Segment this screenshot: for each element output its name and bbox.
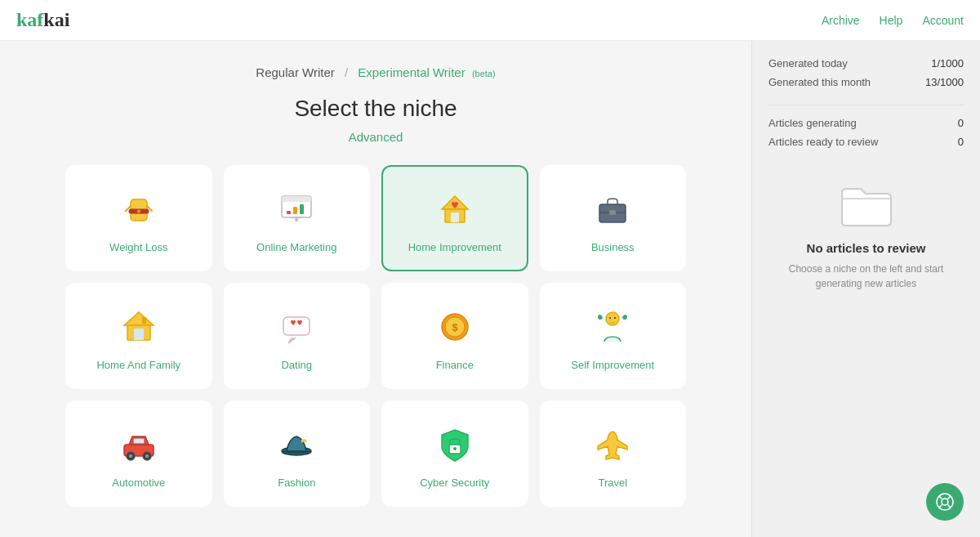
online-marketing-label: Online Marketing — [256, 241, 336, 255]
svg-rect-8 — [293, 207, 297, 214]
articles-generating-row: Articles generating 0 — [768, 117, 964, 129]
articles-stats: Articles generating 0 Articles ready to … — [768, 117, 964, 148]
home-family-icon — [116, 304, 162, 350]
svg-point-37 — [453, 447, 457, 450]
svg-point-32 — [128, 454, 132, 459]
fashion-icon — [274, 422, 319, 468]
main-container: Regular Writer / Experimental Writer (be… — [0, 41, 980, 537]
svg-line-41 — [948, 505, 951, 508]
niche-card-online-marketing[interactable]: Online Marketing — [224, 165, 371, 271]
svg-rect-17 — [609, 210, 616, 215]
generated-today-label: Generated today — [768, 57, 848, 69]
articles-ready-label: Articles ready to review — [768, 136, 878, 148]
svg-line-42 — [948, 496, 951, 499]
automotive-icon — [116, 422, 162, 468]
logo: kafkai — [16, 9, 69, 31]
logo-suffix: kai — [43, 9, 69, 30]
advanced-link-container: Advanced — [33, 130, 719, 145]
svg-rect-20 — [134, 329, 144, 340]
dating-label: Dating — [281, 359, 312, 373]
self-improvement-label: Self Improvement — [571, 359, 654, 373]
finance-label: Finance — [436, 359, 474, 373]
niche-card-business[interactable]: Business — [540, 165, 687, 271]
cyber-security-icon — [432, 422, 478, 468]
niche-card-dating[interactable]: Dating — [224, 283, 371, 389]
niche-card-finance[interactable]: $ Finance — [381, 283, 528, 389]
articles-ready-row: Articles ready to review 0 — [768, 136, 964, 148]
generated-month-row: Generated this month 13/1000 — [768, 76, 964, 88]
svg-point-2 — [137, 210, 140, 213]
svg-point-11 — [295, 218, 298, 222]
home-family-label: Home And Family — [96, 359, 180, 373]
help-fab-button[interactable] — [926, 483, 964, 521]
svg-rect-21 — [142, 317, 146, 324]
account-link[interactable]: Account — [922, 14, 964, 27]
svg-point-39 — [942, 499, 948, 505]
svg-line-40 — [939, 496, 942, 499]
svg-rect-22 — [283, 317, 310, 335]
help-link[interactable]: Help — [880, 14, 903, 27]
logo-prefix: kaf — [16, 9, 43, 30]
empty-state-title: No articles to review — [807, 241, 926, 255]
svg-rect-30 — [133, 438, 145, 444]
svg-point-27 — [609, 317, 611, 319]
business-label: Business — [591, 241, 635, 255]
niche-card-cyber-security[interactable]: Cyber Security — [381, 401, 528, 507]
content-area: Regular Writer / Experimental Writer (be… — [0, 41, 751, 537]
cyber-security-label: Cyber Security — [420, 477, 489, 490]
online-marketing-icon — [274, 186, 319, 232]
niche-card-home-improvement[interactable]: Home Improvement — [381, 165, 528, 271]
generated-today-value: 1/1000 — [931, 57, 964, 69]
niche-card-home-family[interactable]: Home And Family — [65, 283, 212, 389]
page-title: Select the niche — [33, 96, 719, 122]
travel-icon — [590, 422, 635, 468]
niche-grid: Weight Loss O — [65, 165, 686, 507]
generated-today-row: Generated today 1/1000 — [768, 57, 964, 69]
travel-label: Travel — [598, 477, 627, 490]
advanced-link[interactable]: Advanced — [349, 130, 403, 144]
toggle-separator: / — [345, 65, 348, 79]
svg-text:$: $ — [452, 321, 458, 333]
dating-icon — [274, 304, 319, 350]
automotive-label: Automotive — [112, 477, 165, 490]
business-icon — [590, 186, 635, 232]
writer-toggle: Regular Writer / Experimental Writer (be… — [33, 65, 719, 79]
experimental-writer-link[interactable]: Experimental Writer — [358, 65, 465, 79]
svg-rect-7 — [287, 211, 291, 214]
svg-rect-14 — [451, 213, 459, 222]
stats-block: Generated today 1/1000 Generated this mo… — [768, 57, 964, 88]
empty-state-desc: Choose a niche on the left and start gen… — [777, 262, 956, 291]
weight-loss-label: Weight Loss — [109, 241, 167, 255]
articles-generating-value: 0 — [958, 117, 964, 129]
svg-point-34 — [145, 454, 149, 459]
niche-card-self-improvement[interactable]: Self Improvement — [540, 283, 687, 389]
svg-line-43 — [939, 505, 942, 508]
regular-writer-label: Regular Writer — [256, 65, 334, 79]
archive-link[interactable]: Archive — [822, 14, 860, 27]
svg-point-28 — [614, 317, 616, 319]
beta-badge: (beta) — [472, 69, 496, 78]
finance-icon: $ — [432, 304, 478, 350]
home-improvement-label: Home Improvement — [408, 241, 501, 255]
niche-card-travel[interactable]: Travel — [540, 401, 687, 507]
help-fab-icon — [935, 492, 955, 512]
niche-card-automotive[interactable]: Automotive — [65, 401, 212, 507]
home-improvement-icon — [432, 186, 478, 232]
folder-icon — [838, 181, 895, 230]
niche-card-weight-loss[interactable]: Weight Loss — [65, 165, 212, 271]
svg-rect-9 — [300, 204, 304, 214]
self-improvement-icon — [590, 304, 635, 350]
niche-card-fashion[interactable]: Fashion — [224, 401, 371, 507]
empty-state: No articles to review Choose a niche on … — [768, 164, 964, 307]
stats-divider — [768, 105, 964, 105]
right-sidebar: Generated today 1/1000 Generated this mo… — [751, 41, 980, 537]
articles-ready-value: 0 — [958, 136, 964, 148]
fashion-label: Fashion — [278, 477, 315, 490]
generated-month-value: 13/1000 — [925, 76, 964, 88]
articles-generating-label: Articles generating — [768, 117, 857, 129]
svg-rect-6 — [282, 196, 311, 202]
svg-marker-18 — [124, 312, 154, 325]
weight-loss-icon — [116, 186, 162, 232]
nav-links: Archive Help Account — [822, 14, 964, 27]
generated-month-label: Generated this month — [768, 76, 871, 88]
